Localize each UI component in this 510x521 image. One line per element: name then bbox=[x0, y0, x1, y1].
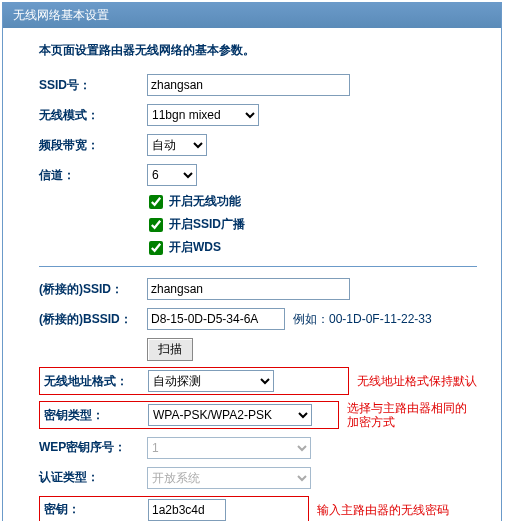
bssid-example: 例如：00-1D-0F-11-22-33 bbox=[293, 311, 432, 328]
channel-select[interactable]: 6 bbox=[147, 164, 197, 186]
mode-select[interactable]: 11bgn mixed bbox=[147, 104, 259, 126]
scan-button[interactable]: 扫描 bbox=[147, 338, 193, 361]
auth-type-label: 认证类型： bbox=[39, 469, 147, 486]
enable-wds-label: 开启WDS bbox=[169, 239, 221, 256]
bandwidth-label: 频段带宽： bbox=[39, 137, 147, 154]
addr-format-label: 无线地址格式： bbox=[44, 373, 148, 390]
key-type-note: 选择与主路由器相同的加密方式 bbox=[347, 401, 477, 430]
enable-wds-checkbox[interactable] bbox=[149, 241, 163, 255]
ssid-label: SSID号： bbox=[39, 77, 147, 94]
addr-format-select[interactable]: 自动探测 bbox=[148, 370, 274, 392]
key-type-label: 密钥类型： bbox=[44, 407, 148, 424]
key-label: 密钥： bbox=[44, 501, 148, 518]
enable-wireless-checkbox[interactable] bbox=[149, 195, 163, 209]
bandwidth-select[interactable]: 自动 bbox=[147, 134, 207, 156]
window-title: 无线网络基本设置 bbox=[3, 3, 501, 28]
key-type-select[interactable]: WPA-PSK/WPA2-PSK bbox=[148, 404, 312, 426]
enable-ssid-broadcast-checkbox[interactable] bbox=[149, 218, 163, 232]
bridge-bssid-label: (桥接的)BSSID： bbox=[39, 311, 147, 328]
auth-type-select: 开放系统 bbox=[147, 467, 311, 489]
bridge-bssid-input[interactable] bbox=[147, 308, 285, 330]
bridge-ssid-label: (桥接的)SSID： bbox=[39, 281, 147, 298]
bridge-ssid-input[interactable] bbox=[147, 278, 350, 300]
enable-wireless-label: 开启无线功能 bbox=[169, 193, 241, 210]
key-note: 输入主路由器的无线密码 bbox=[317, 503, 449, 517]
addr-format-note: 无线地址格式保持默认 bbox=[357, 374, 477, 388]
mode-label: 无线模式： bbox=[39, 107, 147, 124]
ssid-input[interactable] bbox=[147, 74, 350, 96]
channel-label: 信道： bbox=[39, 167, 147, 184]
page-description: 本页面设置路由器无线网络的基本参数。 bbox=[39, 42, 477, 59]
divider bbox=[39, 266, 477, 267]
enable-ssid-broadcast-label: 开启SSID广播 bbox=[169, 216, 245, 233]
wep-index-label: WEP密钥序号： bbox=[39, 439, 147, 456]
wep-index-select: 1 bbox=[147, 437, 311, 459]
key-input[interactable] bbox=[148, 499, 226, 521]
